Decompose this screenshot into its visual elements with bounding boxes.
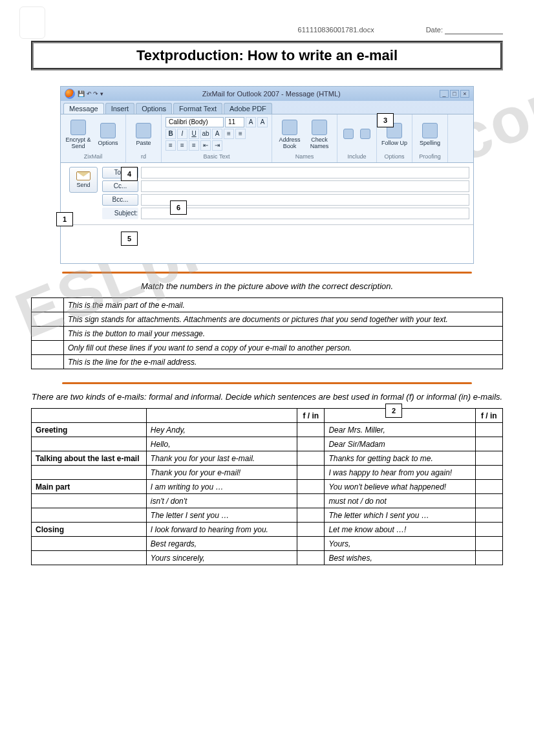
tab-options: Options <box>136 103 172 114</box>
outlook-screenshot: 💾 ↶ ↷ ▾ ZixMail for Outlook 2007 - Messa… <box>60 86 474 264</box>
fi-answer-right[interactable] <box>475 437 502 451</box>
fi-answer-left[interactable] <box>297 480 325 494</box>
fi-section: Closing <box>32 523 147 537</box>
fi-section <box>32 537 147 551</box>
check-names-button: Check Names <box>306 117 333 152</box>
fi-answer-right[interactable] <box>475 523 502 537</box>
match-num-cell[interactable] <box>32 312 64 327</box>
cc-button: Cc... <box>102 180 138 192</box>
fi-answer-right[interactable] <box>475 451 502 466</box>
fi-answer-right[interactable] <box>475 537 502 551</box>
fi-phrase-right: You won't believe what happened! <box>325 480 475 494</box>
tab-format: Format Text <box>173 103 222 114</box>
fi-section: Talking about the last e-mail <box>32 451 147 466</box>
fi-phrase-left: Best regards, <box>146 537 297 551</box>
fi-phrase-left: Thank you for your e-mail! <box>146 466 297 480</box>
zix-options-button: Options <box>94 117 122 152</box>
match-num-cell[interactable] <box>32 327 64 341</box>
match-num-cell[interactable] <box>32 355 64 369</box>
maximize-icon: □ <box>450 90 459 98</box>
fi-phrase-right: Best wishes, <box>325 551 475 565</box>
fi-answer-left[interactable] <box>297 523 325 537</box>
bold-icon: B <box>166 129 176 139</box>
group-options: Options <box>381 153 408 160</box>
fi-phrase-left: isn't / don't <box>146 494 297 508</box>
fi-phrase-right: Dear Sir/Madam <box>325 437 475 451</box>
fi-phrase-right: must not / do not <box>325 494 475 508</box>
fi-answer-right[interactable] <box>475 494 502 508</box>
fi-answer-right[interactable] <box>475 508 502 523</box>
fi-phrase-left: Hello, <box>146 437 297 451</box>
instruction-1: Match the numbers in the picture above w… <box>31 281 503 291</box>
fi-section <box>32 437 147 451</box>
grow-font-icon: A <box>246 117 256 127</box>
fi-section <box>32 551 147 565</box>
fi-answer-right[interactable] <box>475 466 502 480</box>
instruction-2: There are two kinds of e-mails: formal a… <box>31 392 503 402</box>
fi-section <box>32 466 147 480</box>
window-title: ZixMail for Outlook 2007 - Message (HTML… <box>202 90 341 98</box>
tab-adobe: Adobe PDF <box>224 103 272 114</box>
fi-phrase-left: Thank you for your last e-mail. <box>146 451 297 466</box>
fi-answer-left[interactable] <box>297 508 325 523</box>
number-label-4: 4 <box>121 167 138 181</box>
fi-header-left: f / in <box>297 409 325 423</box>
formal-informal-table: f / in f / in GreetingHey Andy,Dear Mrs.… <box>31 408 503 565</box>
page-title: Textproduction: How to write an e-mail <box>34 47 500 64</box>
subject-label: Subject: <box>102 208 138 219</box>
fi-answer-left[interactable] <box>297 494 325 508</box>
divider <box>62 272 472 274</box>
numbering-icon: ≡ <box>235 129 246 139</box>
group-basictext: Basic Text <box>166 153 268 160</box>
bullets-icon: ≡ <box>224 129 234 139</box>
group-proofing: Proofing <box>416 153 443 160</box>
fi-answer-right[interactable] <box>475 423 502 437</box>
tab-message: Message <box>63 103 104 114</box>
group-clipboard: rd <box>130 153 157 160</box>
bcc-button: Bcc... <box>102 194 138 206</box>
match-num-cell[interactable] <box>32 298 64 312</box>
fi-phrase-right: I was happy to hear from you again! <box>325 466 475 480</box>
align-center-icon: ≡ <box>177 140 187 151</box>
fi-phrase-right: Thanks for getting back to me. <box>325 451 475 466</box>
match-desc-cell: This is the button to mail your message. <box>64 327 503 341</box>
close-icon: × <box>460 90 469 98</box>
indent-dec-icon: ⇤ <box>200 140 211 151</box>
indent-inc-icon: ⇥ <box>212 140 222 151</box>
italic-icon: I <box>177 129 187 139</box>
fi-answer-right[interactable] <box>475 551 502 565</box>
underline-icon: U <box>189 129 199 139</box>
fi-phrase-left: I am writing to you … <box>146 480 297 494</box>
group-include: Include <box>341 153 372 160</box>
match-table: This is the main part of the e-mail.This… <box>31 297 503 369</box>
fontcolor-icon: A <box>212 129 222 139</box>
fi-section <box>32 508 147 523</box>
title-frame: Textproduction: How to write an e-mail <box>31 41 503 70</box>
fi-phrase-left: The letter I sent you … <box>146 508 297 523</box>
fi-answer-left[interactable] <box>297 551 325 565</box>
filename-text: 611110836001781.docx <box>298 26 374 34</box>
fi-answer-right[interactable] <box>475 480 502 494</box>
fi-answer-left[interactable] <box>297 466 325 480</box>
paste-button: Paste <box>130 117 157 152</box>
fi-phrase-right: The letter which I sent you … <box>325 508 475 523</box>
doodle-image <box>19 6 45 39</box>
ribbon-tabs: Message Insert Options Format Text Adobe… <box>61 101 473 114</box>
fi-answer-left[interactable] <box>297 423 325 437</box>
fi-phrase-left: Hey Andy, <box>146 423 297 437</box>
number-label-3: 3 <box>377 113 394 127</box>
tab-insert: Insert <box>105 103 135 114</box>
fi-answer-left[interactable] <box>297 451 325 466</box>
group-zixmail: ZixMail <box>65 153 122 160</box>
fi-answer-left[interactable] <box>297 437 325 451</box>
bcc-field <box>141 194 469 206</box>
font-size-box: 11 <box>225 117 244 127</box>
fi-section <box>32 494 147 508</box>
send-button: Send <box>69 167 98 193</box>
group-names: Names <box>276 153 333 160</box>
match-num-cell[interactable] <box>32 341 64 355</box>
align-right-icon: ≡ <box>189 140 199 151</box>
divider <box>62 382 472 384</box>
fi-answer-left[interactable] <box>297 537 325 551</box>
cc-field <box>141 180 469 192</box>
